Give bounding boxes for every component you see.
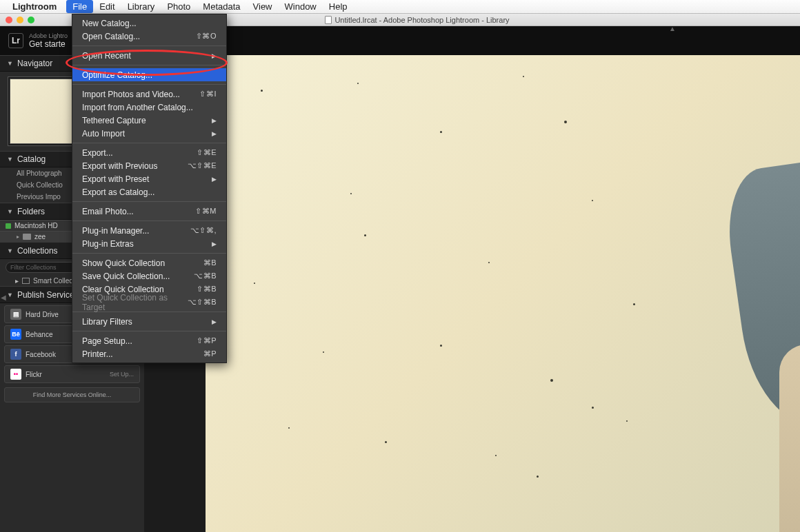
submenu-arrow-icon: ▶: [212, 318, 217, 325]
menu-item[interactable]: Export with Previous⌥⇧⌘E: [72, 159, 226, 172]
menu-window[interactable]: Window: [279, 0, 323, 13]
menu-item-label: Save Quick Collection...: [82, 272, 170, 281]
menu-item[interactable]: Page Setup...⇧⌘P: [72, 334, 226, 347]
shortcut-label: ⌥⌘B: [194, 272, 217, 280]
menu-item-label: Import Photos and Video...: [82, 90, 180, 99]
shortcut-label: ⇧⌘M: [195, 207, 217, 216]
panel-collapse-icon[interactable]: ◀: [1, 294, 6, 301]
service-name: Behance: [26, 331, 52, 338]
menu-item[interactable]: Printer...⌘P: [72, 347, 226, 360]
menu-item[interactable]: Export...⇧⌘E: [72, 146, 226, 159]
navigator-title: Navigator: [17, 59, 52, 68]
disclosure-triangle-icon: ▼: [7, 208, 13, 215]
shortcut-label: ⌥⇧⌘E: [188, 161, 217, 170]
menu-metadata[interactable]: Metadata: [197, 0, 246, 13]
publish-title: Publish Services: [17, 290, 79, 300]
service-name: Hard Drive: [26, 311, 59, 318]
shortcut-label: ⇧⌘I: [199, 90, 217, 99]
menu-item[interactable]: Plug-in Manager...⌥⇧⌘,: [72, 224, 226, 237]
find-more-services-button[interactable]: Find More Services Online...: [4, 387, 140, 402]
zoom-button[interactable]: [28, 17, 34, 23]
menu-edit[interactable]: Edit: [93, 0, 121, 13]
menu-item-label: New Catalog...: [82, 19, 137, 28]
lightroom-logo-icon: Lr: [8, 33, 23, 48]
menu-separator: [72, 143, 226, 143]
disclosure-triangle-icon: ▼: [7, 156, 13, 163]
menu-item-label: Open Recent: [82, 51, 131, 61]
menu-item[interactable]: Show Quick Collection⌘B: [72, 256, 226, 269]
submenu-arrow-icon: ▶: [212, 52, 217, 59]
submenu-arrow-icon: ▶: [212, 117, 217, 124]
service-icon: ▤: [10, 309, 21, 320]
menu-item-label: Auto Import: [82, 129, 125, 139]
header-line1: Adobe Lightro: [29, 32, 68, 39]
menu-help[interactable]: Help: [323, 0, 354, 13]
menu-separator: [72, 221, 226, 221]
folders-title: Folders: [17, 207, 45, 216]
file-menu-dropdown: New Catalog...Open Catalog...⇧⌘OOpen Rec…: [72, 14, 227, 363]
folder-icon: [23, 234, 31, 240]
shortcut-label: ⌘B: [203, 258, 217, 267]
publish-service-row[interactable]: •• Flickr Set Up...: [4, 365, 140, 383]
shortcut-label: ⌥⇧⌘B: [188, 298, 217, 307]
disclosure-triangle-icon: ▼: [7, 60, 13, 67]
menu-item[interactable]: Save Quick Collection...⌥⌘B: [72, 269, 226, 283]
service-setup-link[interactable]: Set Up...: [110, 371, 134, 378]
menu-item-label: Optimize Catalog...: [82, 70, 152, 80]
shortcut-label: ⌥⇧⌘,: [190, 226, 217, 235]
menu-item[interactable]: Import Photos and Video...⇧⌘I: [72, 88, 226, 101]
menu-item[interactable]: Auto Import▶: [72, 127, 226, 140]
menu-item[interactable]: Library Filters▶: [72, 315, 226, 328]
menu-item[interactable]: Export as Catalog...: [72, 185, 226, 198]
collapse-arrow-icon[interactable]: ▲: [669, 25, 676, 32]
photo-subject: [717, 103, 800, 532]
menu-item[interactable]: Email Photo...⇧⌘M: [72, 205, 226, 218]
menu-item-label: Plug-in Manager...: [82, 226, 149, 236]
main-image-view[interactable]: [206, 55, 800, 532]
menu-item[interactable]: Tethered Capture▶: [72, 114, 226, 127]
disclosure-triangle-icon: ▼: [7, 247, 13, 254]
traffic-lights: [0, 17, 34, 23]
menu-view[interactable]: View: [247, 0, 279, 13]
menu-item-label: Export with Preset: [82, 174, 149, 184]
menu-separator: [72, 45, 226, 46]
submenu-arrow-icon: ▶: [212, 176, 217, 183]
menu-separator: [72, 253, 226, 254]
close-button[interactable]: [6, 17, 12, 23]
disclosure-triangle-icon: ▸: [17, 234, 19, 240]
menu-photo[interactable]: Photo: [161, 0, 197, 13]
folder-sub-label: zee: [34, 233, 46, 241]
collections-title: Collections: [17, 246, 58, 256]
smart-collection-icon: [22, 278, 30, 284]
menu-item-label: Tethered Capture: [82, 116, 146, 125]
service-icon: f: [10, 349, 21, 360]
menu-item[interactable]: Export with Preset▶: [72, 172, 226, 185]
menu-item[interactable]: Open Recent▶: [72, 49, 226, 62]
service-icon: Bē: [10, 329, 21, 340]
macos-menubar: Lightroom File Edit Library Photo Metada…: [0, 0, 800, 14]
menu-item[interactable]: Import from Another Catalog...: [72, 101, 226, 114]
menu-item-label: Email Photo...: [82, 207, 134, 216]
menu-separator: [72, 84, 226, 85]
menu-item[interactable]: Open Catalog...⇧⌘O: [72, 30, 226, 43]
service-name: Facebook: [26, 351, 56, 358]
shortcut-label: ⌘P: [203, 349, 217, 358]
menu-item-label: Import from Another Catalog...: [82, 103, 193, 112]
menu-item-label: Open Catalog...: [82, 32, 140, 41]
menu-item[interactable]: Plug-in Extras▶: [72, 237, 226, 250]
menu-item[interactable]: New Catalog...: [72, 17, 226, 30]
disclosure-triangle-icon: ▸: [15, 277, 19, 285]
menu-item-label: Page Setup...: [82, 336, 132, 346]
folder-drive-label: Macintosh HD: [14, 222, 58, 229]
menu-item-label: Show Quick Collection: [82, 258, 165, 268]
menu-item-label: Export with Previous: [82, 161, 157, 171]
menu-library[interactable]: Library: [121, 0, 161, 13]
shortcut-label: ⇧⌘O: [196, 32, 217, 41]
minimize-button[interactable]: [17, 17, 23, 23]
menu-item[interactable]: Optimize Catalog...: [72, 68, 226, 81]
submenu-arrow-icon: ▶: [212, 130, 217, 137]
menu-file[interactable]: File: [66, 0, 93, 13]
app-name[interactable]: Lightroom: [12, 1, 57, 12]
shortcut-label: ⇧⌘E: [197, 148, 217, 157]
service-icon: ••: [10, 369, 21, 380]
